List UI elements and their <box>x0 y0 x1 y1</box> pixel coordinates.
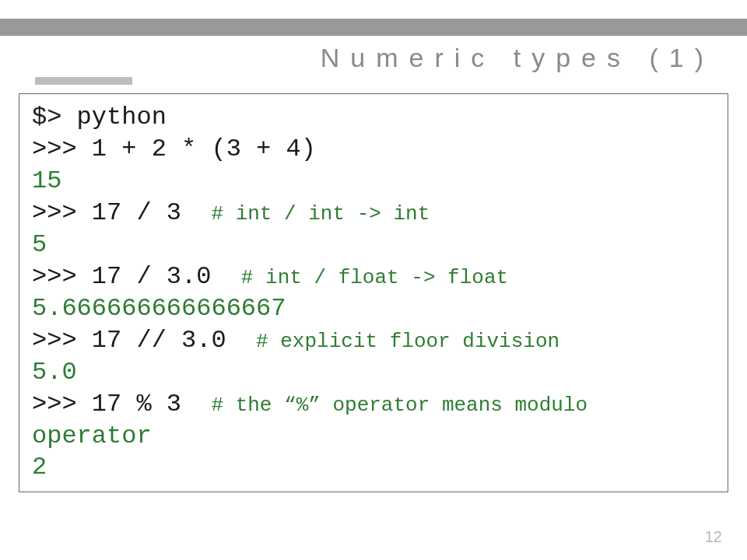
code-text: >>> 17 // 3.0 <box>32 326 256 355</box>
code-line: >>> 17 // 3.0 # explicit floor division <box>32 325 715 357</box>
code-line: >>> 17 / 3.0 # int / float -> float <box>32 261 715 293</box>
code-output: 2 <box>32 452 715 484</box>
code-comment: # int / float -> float <box>241 266 508 289</box>
code-comment: # the “%” operator means modulo <box>211 394 587 417</box>
slide-title: Numeric types (1) <box>321 43 714 73</box>
accent-rule <box>35 77 132 85</box>
code-output: 5.0 <box>32 357 715 389</box>
code-text: >>> 17 / 3.0 <box>32 262 241 291</box>
code-output: 15 <box>32 166 715 198</box>
code-output: 5 <box>32 229 715 261</box>
code-line: >>> 1 + 2 * (3 + 4) <box>32 134 715 166</box>
code-block: $> python >>> 1 + 2 * (3 + 4) 15 >>> 17 … <box>19 93 728 492</box>
code-line: $> python <box>32 102 715 134</box>
code-text: >>> 17 % 3 <box>32 390 211 418</box>
header-rule <box>0 19 747 36</box>
code-comment: # int / int -> int <box>211 202 430 226</box>
code-output: 5.666666666666667 <box>32 293 715 325</box>
code-comment: # explicit floor division <box>256 330 559 353</box>
code-comment-continuation: operator <box>32 421 715 453</box>
page-number: 12 <box>705 528 722 546</box>
slide: Numeric types (1) $> python >>> 1 + 2 * … <box>0 0 747 560</box>
code-text: >>> 17 / 3 <box>32 198 211 227</box>
code-line: >>> 17 % 3 # the “%” operator means modu… <box>32 389 715 421</box>
code-line: >>> 17 / 3 # int / int -> int <box>32 198 715 229</box>
